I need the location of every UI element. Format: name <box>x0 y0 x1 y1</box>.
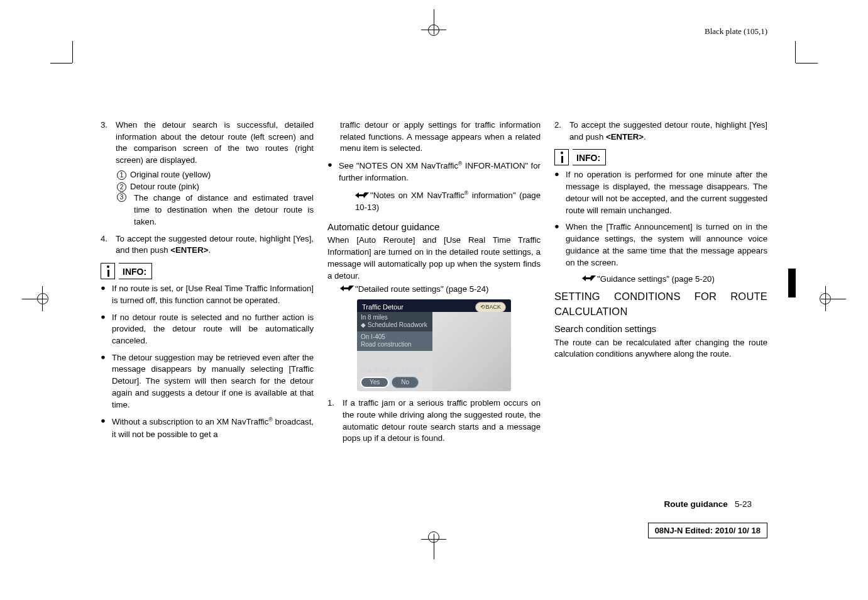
bullet-item: ●The detour suggestion may be retrieved … <box>101 352 314 411</box>
trim-mark <box>50 63 72 64</box>
info-icon <box>101 263 115 279</box>
heading-search-condition: Search condition settings <box>554 323 767 336</box>
info-label: INFO: <box>119 263 152 279</box>
bullet-icon: ● <box>101 312 106 347</box>
yes-button: Yes <box>360 377 389 388</box>
pointer-icon <box>340 284 354 296</box>
bullet-text: If no detour route is selected and no fu… <box>112 312 314 347</box>
heading-setting-conditions: SETTING CONDITIONS FOR ROUTE CALCULATION <box>554 289 767 319</box>
bullet-icon: ● <box>101 352 106 411</box>
reference-text: "Guidance settings" (page 5-20) <box>597 274 715 284</box>
screenshot-title: Traffic Detour <box>362 303 404 313</box>
column-1: 3. When the detour search is successful,… <box>101 119 314 447</box>
step-1: 1. If a traffic jam or a serious traffic… <box>327 397 541 445</box>
screenshot-prompt: Use detour in: 7 miles? YesNo <box>360 366 429 388</box>
bullet-item: ●If no operation is performed for one mi… <box>554 169 767 216</box>
info-heading: INFO: <box>554 149 767 165</box>
bullet-item: ●If no route is set, or [Use Real Time T… <box>101 283 314 306</box>
bullet-icon: ● <box>554 169 559 216</box>
bullet-item: ●If no detour route is selected and no f… <box>101 312 314 347</box>
bullet-text: See "NOTES ON XM NavTraffic® INFOR-MATIO… <box>339 160 541 184</box>
bullet-text: If no operation is performed for one min… <box>566 169 767 216</box>
reference-text: "Detailed route settings" (page 5-24) <box>355 284 488 294</box>
trim-mark <box>796 63 818 64</box>
bullet-item: ●When the [Traffic Announcement] is turn… <box>554 221 767 269</box>
pointer-icon <box>355 191 369 203</box>
circled-number-icon: 3 <box>117 192 126 202</box>
bullet-text: Without a subscription to an XM NavTraff… <box>112 416 314 440</box>
step-number: 2. <box>554 119 563 143</box>
bullet-item: ●See "NOTES ON XM NavTraffic® INFOR-MATI… <box>327 160 541 184</box>
cross-reference: "Detailed route settings" (page 5-24) <box>327 284 541 296</box>
step-number: 3. <box>101 119 109 167</box>
crop-target-left <box>37 293 48 304</box>
callout-2: 2Detour route (pink) <box>101 181 314 193</box>
section-tab <box>788 269 796 297</box>
pointer-icon <box>582 274 596 286</box>
circled-number-icon: 1 <box>117 170 126 180</box>
cross-reference: "Guidance settings" (page 5-20) <box>554 274 767 286</box>
step-text: To accept the suggested detour route, hi… <box>116 233 314 257</box>
paragraph: The route can be recalculated after chan… <box>554 337 767 360</box>
callout-3: 3The change of distance and estimated tr… <box>101 192 314 228</box>
screenshot-map <box>432 312 511 391</box>
bullet-icon: ● <box>101 416 106 440</box>
back-button: ⟲BACK <box>475 302 506 313</box>
trim-mark <box>72 41 73 63</box>
heading-automatic-detour: Automatic detour guidance <box>327 220 541 233</box>
no-button: No <box>392 377 419 388</box>
edit-stamp: 08NJ-N Edited: 2010/ 10/ 18 <box>648 523 767 538</box>
bullet-text: The detour suggestion may be retrieved e… <box>112 352 314 411</box>
info-icon <box>554 149 569 165</box>
screenshot-info-box: On I-405 Road construction <box>357 331 432 351</box>
callout-text: Original route (yellow) <box>130 170 211 179</box>
page-footer: Route guidance 5-23 <box>664 499 752 509</box>
callout-text: The change of distance and estimated tra… <box>134 192 314 228</box>
step-3: 3. When the detour search is successful,… <box>101 119 314 167</box>
screenshot-left-panel: In 8 miles ◆ Scheduled Roadwork On I-405… <box>357 312 432 391</box>
crop-target-top <box>428 25 439 36</box>
page-content: 3. When the detour search is successful,… <box>0 0 868 447</box>
cross-reference: "Notes on XM NavTraffic® information" (p… <box>327 189 541 214</box>
step-text: When the detour search is successful, de… <box>116 119 314 167</box>
info-line: In 8 miles <box>361 314 429 321</box>
bullet-text: When the [Traffic Announcement] is turne… <box>566 221 767 269</box>
nav-screenshot: Traffic Detour ⟲BACK In 8 miles ◆ Schedu… <box>357 299 511 391</box>
step-number: 1. <box>327 397 336 445</box>
info-heading: INFO: <box>101 263 314 279</box>
column-3: 2. To accept the suggested detour route,… <box>554 119 767 447</box>
paragraph: When [Auto Reroute] and [Use Real Time T… <box>327 235 541 282</box>
callout-1: 1Original route (yellow) <box>101 169 314 181</box>
prompt-text: Use detour in: 7 miles? <box>360 366 429 375</box>
callout-text: Detour route (pink) <box>130 182 199 191</box>
screenshot-info-box: In 8 miles ◆ Scheduled Roadwork <box>357 312 432 331</box>
reference-text: "Notes on XM NavTraffic® information" (p… <box>355 191 541 212</box>
bullet-text: If no route is set, or [Use Real Time Tr… <box>112 283 314 306</box>
continuation-text: traffic detour or apply settings for tra… <box>327 119 541 155</box>
step-text: To accept the suggested detour route, hi… <box>569 119 767 143</box>
info-label: INFO: <box>573 149 606 165</box>
crop-target-right <box>820 293 831 304</box>
black-plate-label: Black plate (105,1) <box>705 26 767 36</box>
step-2: 2. To accept the suggested detour route,… <box>554 119 767 143</box>
bullet-item: ●Without a subscription to an XM NavTraf… <box>101 416 314 440</box>
info-line: ◆ Scheduled Roadwork <box>361 321 429 329</box>
bullet-icon: ● <box>554 221 559 269</box>
footer-page-number: 5-23 <box>735 499 752 509</box>
bullet-icon: ● <box>327 160 332 184</box>
column-2: traffic detour or apply settings for tra… <box>327 119 541 447</box>
info-line: Road construction <box>361 341 429 348</box>
bullet-icon: ● <box>101 283 106 306</box>
trim-mark <box>795 41 796 63</box>
step-4: 4. To accept the suggested detour route,… <box>101 233 314 257</box>
crop-target-bottom <box>428 531 439 543</box>
circled-number-icon: 2 <box>117 182 126 192</box>
step-text: If a traffic jam or a serious traffic pr… <box>343 397 541 445</box>
info-line: On I-405 <box>361 333 429 341</box>
footer-section: Route guidance <box>664 499 727 509</box>
step-number: 4. <box>101 233 109 257</box>
